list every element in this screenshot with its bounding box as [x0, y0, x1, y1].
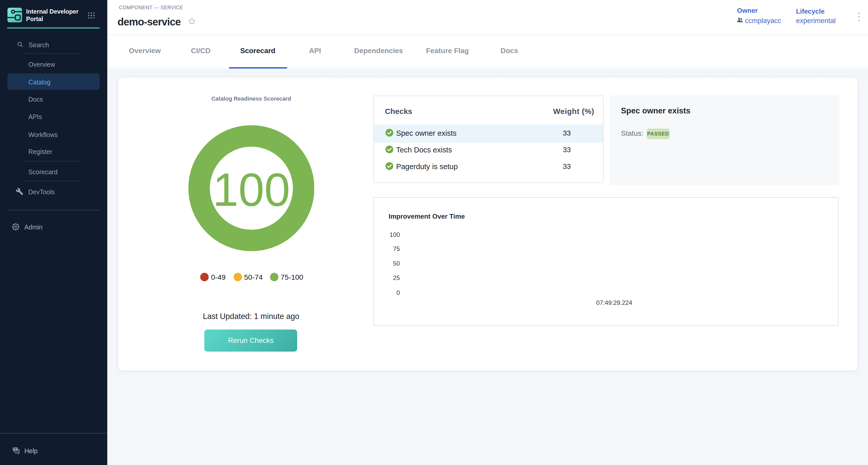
svg-text:100: 100 [213, 164, 290, 216]
svg-text:?: ? [14, 447, 16, 451]
